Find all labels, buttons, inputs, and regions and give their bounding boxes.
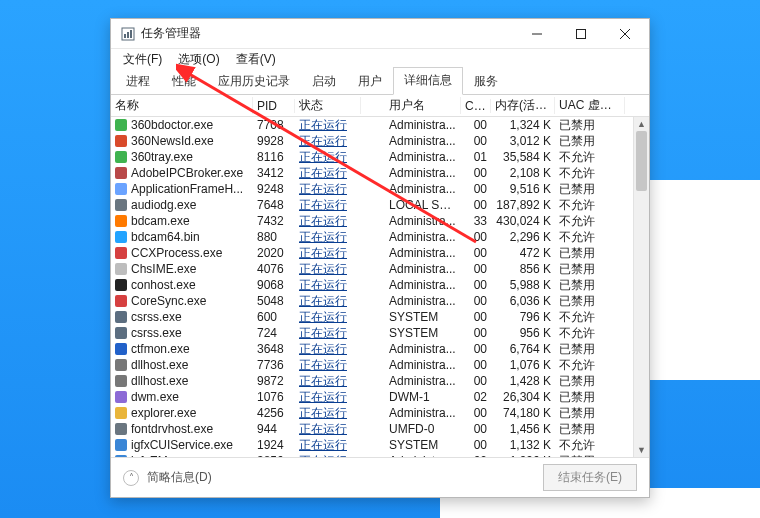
cell-user: Administra... [385, 261, 461, 277]
cell-name: dllhost.exe [111, 373, 253, 389]
cell-status: 正在运行 [295, 421, 361, 437]
table-row[interactable]: dwm.exe1076正在运行DWM-10226,304 K已禁用 [111, 389, 649, 405]
cell-mem: 3,012 K [491, 133, 555, 149]
cell-name: ChsIME.exe [111, 261, 253, 277]
process-name: CCXProcess.exe [131, 245, 222, 261]
close-button[interactable] [603, 20, 647, 48]
table-row[interactable]: conhost.exe9068正在运行Administra...005,988 … [111, 277, 649, 293]
table-row[interactable]: audiodg.exe7648正在运行LOCAL SER...00187,892… [111, 197, 649, 213]
column-header-2[interactable]: 状态 [295, 97, 361, 114]
cell-status: 正在运行 [295, 197, 361, 213]
svg-rect-1 [124, 34, 126, 38]
scroll-thumb[interactable] [636, 131, 647, 191]
table-row[interactable]: csrss.exe724正在运行SYSTEM00956 K不允许 [111, 325, 649, 341]
process-icon [115, 119, 127, 131]
tab-1[interactable]: 性能 [161, 68, 207, 95]
tab-6[interactable]: 服务 [463, 68, 509, 95]
table-row[interactable]: bdcam.exe7432正在运行Administra...33430,024 … [111, 213, 649, 229]
cell-pid: 3856 [253, 453, 295, 457]
cell-pid: 4256 [253, 405, 295, 421]
cell-uac: 已禁用 [555, 421, 625, 437]
cell-mem: 1,428 K [491, 373, 555, 389]
menu-file[interactable]: 文件(F) [117, 50, 168, 69]
cell-mem: 6,764 K [491, 341, 555, 357]
cell-mem: 956 K [491, 325, 555, 341]
table-row[interactable]: dllhost.exe9872正在运行Administra...001,428 … [111, 373, 649, 389]
cell-uac: 已禁用 [555, 341, 625, 357]
table-row[interactable]: AdobeIPCBroker.exe3412正在运行Administra...0… [111, 165, 649, 181]
table-row[interactable]: ctfmon.exe3648正在运行Administra...006,764 K… [111, 341, 649, 357]
table-row[interactable]: igfxEM.exe3856正在运行Administra...001,996 K… [111, 453, 649, 457]
table-header-row[interactable]: 名称PID状态用户名CPU内存(活动的…UAC 虚拟化 [111, 95, 649, 117]
table-row[interactable]: ApplicationFrameH...9248正在运行Administra..… [111, 181, 649, 197]
cell-name: 360bdoctor.exe [111, 117, 253, 133]
cell-status: 正在运行 [295, 389, 361, 405]
table-row[interactable]: ChsIME.exe4076正在运行Administra...00856 K已禁… [111, 261, 649, 277]
column-header-6[interactable]: 内存(活动的… [491, 97, 555, 114]
titlebar[interactable]: 任务管理器 [111, 19, 649, 49]
cell-mem: 1,076 K [491, 357, 555, 373]
tabstrip: 进程性能应用历史记录启动用户详细信息服务 [111, 69, 649, 95]
tab-2[interactable]: 应用历史记录 [207, 68, 301, 95]
cell-pid: 8116 [253, 149, 295, 165]
menu-options[interactable]: 选项(O) [172, 50, 225, 69]
tab-0[interactable]: 进程 [115, 68, 161, 95]
minimize-button[interactable] [515, 20, 559, 48]
cell-cpu: 00 [461, 277, 491, 293]
table-row[interactable]: fontdrvhost.exe944正在运行UMFD-0001,456 K已禁用 [111, 421, 649, 437]
table-row[interactable]: explorer.exe4256正在运行Administra...0074,18… [111, 405, 649, 421]
end-task-button[interactable]: 结束任务(E) [543, 464, 637, 491]
table-row[interactable]: 360bdoctor.exe7708正在运行Administra...001,3… [111, 117, 649, 133]
table-body[interactable]: 360bdoctor.exe7708正在运行Administra...001,3… [111, 117, 649, 457]
scroll-down-icon[interactable]: ▼ [634, 443, 649, 457]
cell-cpu: 00 [461, 437, 491, 453]
cell-status: 正在运行 [295, 261, 361, 277]
cell-pid: 1076 [253, 389, 295, 405]
table-row[interactable]: bdcam64.bin880正在运行Administra...002,296 K… [111, 229, 649, 245]
cell-pid: 2020 [253, 245, 295, 261]
process-name: bdcam.exe [131, 213, 190, 229]
cell-pid: 4076 [253, 261, 295, 277]
tab-3[interactable]: 启动 [301, 68, 347, 95]
column-header-7[interactable]: UAC 虚拟化 [555, 97, 625, 114]
cell-cpu: 00 [461, 453, 491, 457]
table-row[interactable]: 360tray.exe8116正在运行Administra...0135,584… [111, 149, 649, 165]
process-name: ctfmon.exe [131, 341, 190, 357]
process-name: igfxEM.exe [131, 453, 190, 457]
cell-user: Administra... [385, 213, 461, 229]
process-icon [115, 279, 127, 291]
table-row[interactable]: igfxCUIService.exe1924正在运行SYSTEM001,132 … [111, 437, 649, 453]
cell-status: 正在运行 [295, 373, 361, 389]
maximize-button[interactable] [559, 20, 603, 48]
table-row[interactable]: csrss.exe600正在运行SYSTEM00796 K不允许 [111, 309, 649, 325]
cell-mem: 2,296 K [491, 229, 555, 245]
table-row[interactable]: 360NewsId.exe9928正在运行Administra...003,01… [111, 133, 649, 149]
fewer-details-toggle[interactable]: ˄ 简略信息(D) [123, 469, 212, 486]
cell-user: Administra... [385, 453, 461, 457]
cell-uac: 已禁用 [555, 277, 625, 293]
column-header-5[interactable]: CPU [461, 99, 491, 113]
cell-mem: 187,892 K [491, 197, 555, 213]
scroll-up-icon[interactable]: ▲ [634, 117, 649, 131]
cell-status: 正在运行 [295, 245, 361, 261]
cell-pid: 7708 [253, 117, 295, 133]
cell-cpu: 00 [461, 181, 491, 197]
table-row[interactable]: CoreSync.exe5048正在运行Administra...006,036… [111, 293, 649, 309]
cell-status: 正在运行 [295, 325, 361, 341]
column-header-0[interactable]: 名称 [111, 97, 253, 114]
vertical-scrollbar[interactable]: ▲ ▼ [633, 117, 649, 457]
tab-4[interactable]: 用户 [347, 68, 393, 95]
cell-user: SYSTEM [385, 325, 461, 341]
cell-mem: 1,132 K [491, 437, 555, 453]
tab-5[interactable]: 详细信息 [393, 67, 463, 95]
process-icon [115, 423, 127, 435]
cell-pid: 3412 [253, 165, 295, 181]
cell-uac: 已禁用 [555, 133, 625, 149]
cell-user: DWM-1 [385, 389, 461, 405]
menu-view[interactable]: 查看(V) [230, 50, 282, 69]
column-header-4[interactable]: 用户名 [385, 97, 461, 114]
process-icon [115, 183, 127, 195]
column-header-1[interactable]: PID [253, 99, 295, 113]
table-row[interactable]: dllhost.exe7736正在运行Administra...001,076 … [111, 357, 649, 373]
table-row[interactable]: CCXProcess.exe2020正在运行Administra...00472… [111, 245, 649, 261]
